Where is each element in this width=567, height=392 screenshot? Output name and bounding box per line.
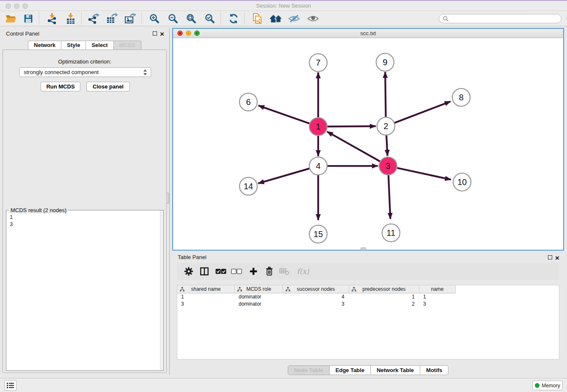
clone-network-icon[interactable] [250, 11, 264, 26]
select-all-icon[interactable] [214, 264, 228, 279]
mcds-result-lines[interactable]: 1 3 [10, 213, 13, 228]
toolbar-separator [39, 13, 39, 25]
save-session-icon[interactable] [21, 11, 36, 26]
graph-node-label-6: 6 [246, 97, 250, 107]
cell-shared-name[interactable]: 3 [177, 301, 235, 308]
graph-edge-2-9[interactable] [385, 72, 385, 117]
graph-edge-3-11[interactable] [388, 175, 391, 219]
gear-icon[interactable] [182, 264, 196, 279]
cell-successor-nodes[interactable]: 3 [283, 301, 349, 308]
graph-edge-3-1[interactable] [327, 132, 380, 162]
show-eye-icon[interactable] [306, 11, 320, 26]
table-row[interactable]: 1 dominator 4 1 1 [177, 293, 559, 301]
memory-status-icon [535, 383, 539, 388]
zoom-fit-icon[interactable] [184, 11, 198, 26]
memory-button[interactable]: Memory [532, 381, 563, 390]
column-header-shared-name[interactable]: shared name [177, 285, 235, 293]
cell-predecessor-nodes[interactable]: 1 [349, 293, 419, 301]
column-header-name[interactable]: name [419, 285, 456, 293]
attribute-type-icon [286, 287, 290, 292]
criterion-dropdown[interactable]: strongly connected component [19, 67, 151, 77]
network-window-titlebar[interactable]: ✕ − + scc.txt [173, 29, 563, 38]
search-input[interactable] [449, 16, 555, 22]
hide-eye-icon[interactable] [287, 11, 301, 26]
table-header-row: shared name MCDS role successor nodes pr… [177, 285, 559, 293]
table-panel-close-icon[interactable]: × [555, 256, 559, 260]
cell-mcds-role[interactable]: dominator [235, 293, 283, 301]
graph-node-label-8: 8 [459, 93, 463, 102]
cell-successor-nodes[interactable]: 4 [283, 293, 349, 301]
column-label: MCDS role [246, 286, 271, 292]
cell-name[interactable]: 1 [419, 293, 456, 301]
tab-mcds[interactable]: MCDS [114, 41, 141, 50]
graph-edge-1-6[interactable] [259, 105, 310, 124]
export-network-icon[interactable] [86, 11, 101, 26]
add-column-icon[interactable] [246, 264, 261, 279]
network-view-title: scc.txt [173, 30, 563, 36]
graph-edge-1-2[interactable] [327, 126, 376, 127]
graph-edge-4-14[interactable] [258, 168, 310, 183]
network-graph[interactable]: 7968124314101511 [173, 38, 563, 250]
table-panel-float-icon[interactable] [548, 255, 552, 259]
control-panel-close-icon[interactable]: × [160, 32, 164, 36]
close-panel-button[interactable]: Close panel [86, 82, 130, 91]
tab-style[interactable]: Style [61, 41, 86, 50]
task-history-button[interactable] [4, 380, 17, 391]
function-builder-icon[interactable]: f(x) [294, 264, 312, 279]
column-header-successor-nodes[interactable]: successor nodes [283, 285, 349, 293]
tab-edge-table[interactable]: Edge Table [330, 365, 371, 375]
zoom-out-icon[interactable] [166, 11, 180, 26]
control-panel-float-icon[interactable] [153, 31, 157, 36]
zoom-in-icon[interactable] [147, 11, 162, 26]
toolbar-separator [244, 13, 245, 25]
search-box[interactable] [439, 14, 561, 23]
column-header-mcds-role[interactable]: MCDS role [235, 285, 283, 293]
control-panel-title: Control Panel [6, 30, 39, 37]
cell-name[interactable]: 3 [419, 301, 456, 308]
import-table-icon[interactable] [63, 11, 78, 26]
run-mcds-button[interactable]: Run MCDS [41, 82, 80, 91]
vertical-splitter-grip[interactable] [166, 193, 169, 204]
table-tabs: Node Table Edge Table Network Table Moti… [172, 365, 564, 375]
column-header-predecessor-nodes[interactable]: predecessor nodes [349, 285, 419, 293]
graph-edge-2-8[interactable] [394, 102, 451, 123]
cell-predecessor-nodes[interactable]: 2 [349, 301, 419, 308]
home-icon[interactable] [269, 11, 283, 26]
export-table-icon[interactable] [105, 11, 119, 26]
graph-node-label-4: 4 [316, 161, 320, 171]
graph-node-label-3: 3 [385, 161, 390, 171]
main-toolbar [0, 11, 567, 26]
graph-edge-3-10[interactable] [397, 168, 451, 179]
tab-node-table[interactable]: Node Table [288, 365, 330, 375]
tab-network-table[interactable]: Network Table [371, 365, 420, 375]
network-canvas[interactable]: 7968124314101511 [173, 38, 563, 250]
split-columns-icon[interactable] [197, 264, 212, 279]
delete-table-icon[interactable] [277, 264, 292, 279]
graph-node-label-2: 2 [383, 121, 388, 131]
graph-edge-2-3[interactable] [386, 135, 388, 156]
tab-network[interactable]: Network [28, 41, 61, 50]
search-icon [443, 16, 449, 22]
vertical-splitter[interactable] [169, 28, 170, 375]
zoom-selected-icon[interactable] [203, 11, 217, 26]
network-window: ✕ − + scc.txt 7968124314101511 [172, 28, 564, 251]
chevron-updown-icon [143, 69, 148, 76]
tab-motifs[interactable]: Motifs [420, 365, 449, 375]
attribute-type-icon [237, 287, 242, 292]
column-label: successor nodes [297, 286, 335, 292]
tab-select[interactable]: Select [86, 41, 113, 50]
refresh-view-icon[interactable] [226, 11, 241, 26]
open-session-icon[interactable] [3, 11, 18, 26]
attribute-type-icon [180, 287, 184, 292]
node-table[interactable]: shared name MCDS role successor nodes pr… [177, 285, 559, 359]
delete-icon[interactable] [262, 264, 276, 279]
result-scrollbar[interactable] [160, 210, 163, 370]
cell-shared-name[interactable]: 1 [177, 293, 235, 301]
horizontal-splitter-grip[interactable] [361, 247, 366, 250]
deselect-all-icon[interactable] [229, 264, 244, 279]
import-network-icon[interactable] [45, 11, 59, 26]
cell-mcds-role[interactable]: dominator [235, 301, 283, 308]
export-image-icon[interactable] [123, 11, 138, 26]
table-row[interactable]: 3 dominator 3 2 3 [177, 301, 559, 308]
control-panel: Optimization criterion: strongly connect… [3, 50, 167, 373]
